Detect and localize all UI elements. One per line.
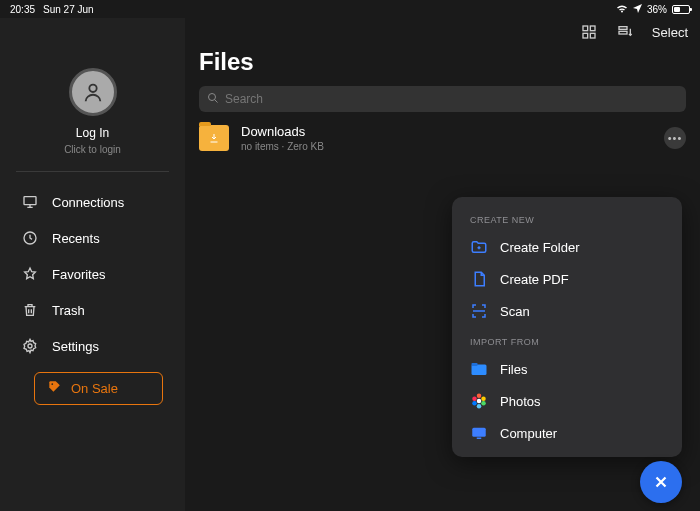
svg-rect-8 (590, 33, 595, 38)
sort-icon[interactable] (616, 23, 634, 41)
menu-label: Scan (500, 304, 530, 319)
sidebar-item-connections[interactable]: Connections (0, 184, 185, 220)
menu-import-computer[interactable]: Computer (452, 417, 682, 449)
wifi-icon (616, 4, 628, 15)
clock-icon (22, 230, 38, 246)
divider (16, 171, 169, 172)
battery-icon (672, 5, 690, 14)
menu-label: Create PDF (500, 272, 569, 287)
login-button[interactable]: Log In (0, 126, 185, 140)
main-content: Select Files Downloads no items · Zero K… (185, 18, 700, 511)
location-icon (633, 4, 642, 15)
select-button[interactable]: Select (652, 25, 688, 40)
create-folder-icon (470, 238, 488, 256)
on-sale-button[interactable]: On Sale (34, 372, 163, 405)
svg-rect-22 (477, 438, 482, 440)
svg-rect-6 (590, 26, 595, 31)
create-pdf-icon (470, 270, 488, 288)
status-time: 20:35 (10, 4, 35, 15)
sidebar-item-label: Settings (52, 339, 99, 354)
photos-app-icon (470, 392, 488, 410)
menu-label: Create Folder (500, 240, 579, 255)
svg-point-18 (477, 404, 482, 409)
menu-label: Computer (500, 426, 557, 441)
sidebar-item-recents[interactable]: Recents (0, 220, 185, 256)
grid-view-icon[interactable] (580, 23, 598, 41)
popup-header-import: IMPORT FROM (452, 333, 682, 353)
add-menu: CREATE NEW Create Folder Create PDF Scan… (452, 197, 682, 457)
menu-create-folder[interactable]: Create Folder (452, 231, 682, 263)
svg-rect-13 (472, 363, 478, 366)
fab-close[interactable] (640, 461, 682, 503)
sale-icon (47, 380, 61, 397)
svg-point-11 (209, 94, 216, 101)
svg-rect-10 (619, 31, 627, 34)
menu-label: Files (500, 362, 527, 377)
sidebar-item-label: Trash (52, 303, 85, 318)
folder-icon (199, 125, 229, 151)
star-icon (22, 266, 38, 282)
sidebar: Log In Click to login Connections Recent… (0, 18, 185, 511)
svg-point-19 (472, 401, 477, 406)
sidebar-item-label: Favorites (52, 267, 105, 282)
sidebar-item-settings[interactable]: Settings (0, 328, 185, 364)
svg-point-15 (477, 394, 482, 399)
search-icon (207, 90, 219, 108)
battery-percent: 36% (647, 4, 667, 15)
folder-meta: no items · Zero KB (241, 141, 324, 152)
close-icon (652, 473, 670, 491)
svg-rect-9 (619, 27, 627, 30)
sidebar-item-favorites[interactable]: Favorites (0, 256, 185, 292)
on-sale-label: On Sale (71, 381, 118, 396)
svg-rect-7 (583, 33, 588, 38)
menu-label: Photos (500, 394, 540, 409)
svg-point-17 (481, 401, 486, 406)
files-app-icon (470, 360, 488, 378)
menu-create-pdf[interactable]: Create PDF (452, 263, 682, 295)
svg-point-3 (28, 344, 32, 348)
svg-rect-12 (472, 365, 487, 376)
sidebar-item-label: Recents (52, 231, 100, 246)
monitor-icon (22, 194, 38, 210)
status-bar: 20:35 Sun 27 Jun 36% (0, 0, 700, 18)
scan-icon (470, 302, 488, 320)
folder-name: Downloads (241, 124, 324, 139)
svg-rect-21 (472, 428, 486, 437)
folder-row-downloads[interactable]: Downloads no items · Zero KB ••• (185, 112, 700, 164)
popup-header-create: CREATE NEW (452, 211, 682, 231)
more-icon[interactable]: ••• (664, 127, 686, 149)
svg-point-0 (89, 85, 96, 92)
svg-rect-1 (24, 197, 36, 205)
svg-point-14 (477, 399, 482, 404)
search-bar[interactable] (199, 86, 686, 112)
sidebar-item-label: Connections (52, 195, 124, 210)
gear-icon (22, 338, 38, 354)
computer-icon (470, 424, 488, 442)
svg-rect-5 (583, 26, 588, 31)
menu-import-photos[interactable]: Photos (452, 385, 682, 417)
status-date: Sun 27 Jun (43, 4, 94, 15)
svg-point-20 (472, 397, 477, 402)
search-input[interactable] (225, 92, 678, 106)
sidebar-item-trash[interactable]: Trash (0, 292, 185, 328)
login-subtitle: Click to login (0, 144, 185, 155)
svg-point-16 (481, 397, 486, 402)
menu-scan[interactable]: Scan (452, 295, 682, 327)
svg-point-4 (51, 383, 53, 385)
trash-icon (22, 302, 38, 318)
menu-import-files[interactable]: Files (452, 353, 682, 385)
avatar[interactable] (69, 68, 117, 116)
